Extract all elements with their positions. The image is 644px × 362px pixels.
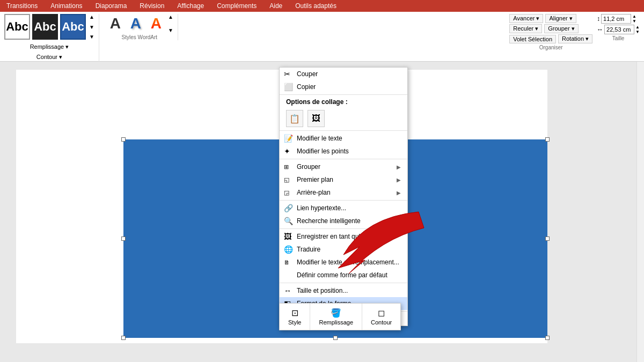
menu-animations[interactable]: Animations <box>48 1 84 11</box>
copier-icon: ⬜ <box>284 83 293 91</box>
modifier-points-label: Modifier les points <box>297 147 349 155</box>
separator-3 <box>280 159 407 159</box>
ctx-modifier-points[interactable]: ✦ Modifier les points <box>280 145 407 158</box>
height-input-row: ↕ 11,2 cm ▲ ▼ <box>597 14 640 24</box>
recherche-icon: 🔍 <box>284 217 293 225</box>
mini-contour-btn[interactable]: ◻ Contour <box>362 304 400 330</box>
organiser-row3: Volet Sélection Rotation ▾ <box>509 34 592 43</box>
remplissage-label: Remplissage ▾ <box>30 43 69 50</box>
menu-diaporama[interactable]: Diaporama <box>93 1 129 11</box>
width-input[interactable]: 22,53 cm <box>604 25 634 34</box>
modifier-texte-rem-icon: 🗎 <box>284 259 290 265</box>
shape-style-blue[interactable]: Abc <box>60 14 86 40</box>
ctx-options-collage-header: Options de collage : <box>280 96 407 108</box>
handle-bl[interactable] <box>121 336 126 340</box>
height-input[interactable]: 11,2 cm <box>601 14 631 24</box>
context-menu: ✂ Couper ⬜ Copier Options de collage : 📋… <box>279 67 408 326</box>
wordart-style-2[interactable]: A <box>126 14 145 33</box>
menu-revision[interactable]: Révision <box>137 1 166 11</box>
lien-icon: 🔗 <box>284 204 293 212</box>
menu-bar: Transitions Animations Diaporama Révisio… <box>0 0 644 12</box>
canvas-area: ✂ Couper ⬜ Copier Options de collage : 📋… <box>0 62 644 362</box>
mini-contour-label: Contour <box>371 319 392 326</box>
height-icon: ↕ <box>597 15 600 23</box>
organiser-row1: Avancer ▾ Aligner ▾ <box>509 14 592 23</box>
shape-style-black[interactable]: Abc <box>32 14 58 40</box>
mini-style-label: Style <box>288 319 301 326</box>
separator-4 <box>280 200 407 201</box>
shape-scroll-down[interactable]: ▼ <box>89 24 94 30</box>
remplissage-btn[interactable]: Remplissage ▾ <box>27 42 72 52</box>
wordart-scroll-down[interactable]: ▼ <box>168 27 173 33</box>
width-up[interactable]: ▲ <box>635 25 640 29</box>
wordart-style-3[interactable]: A <box>147 14 166 33</box>
handle-ml[interactable] <box>121 237 126 241</box>
shape-style-white[interactable]: Abc <box>4 14 30 40</box>
width-spinners: ▲ ▼ <box>635 25 640 34</box>
menu-transitions[interactable]: Transitions <box>4 1 40 11</box>
taille-group: ↕ 11,2 cm ▲ ▼ ↔ 22,53 cm ▲ ▼ Taille <box>597 14 640 41</box>
volet-selection-btn[interactable]: Volet Sélection <box>509 35 556 43</box>
paste-btn-1[interactable]: 📋 <box>286 110 303 127</box>
ribbon: Abc Abc Abc ▲ ▼ ▼ Remplissage ▾ Contour … <box>0 12 644 62</box>
separator-1 <box>280 94 407 95</box>
ctx-premier-plan[interactable]: ◱ Premier plan ▶ <box>280 173 407 186</box>
wordart-styles-label: Styles WordArt <box>122 34 158 40</box>
mini-style-icon: ⊡ <box>288 308 301 318</box>
contour-btn[interactable]: Contour ▾ <box>34 52 65 62</box>
mini-style-btn[interactable]: ⊡ Style <box>280 304 310 330</box>
ctx-grouper[interactable]: ⊞ Grouper ▶ <box>280 160 407 173</box>
aligner-btn[interactable]: Aligner ▾ <box>545 14 576 23</box>
wordart-style-1[interactable]: A <box>106 14 125 33</box>
ctx-arriere-plan[interactable]: ◲ Arrière-plan ▶ <box>280 186 407 199</box>
shape-expand[interactable]: ▼ <box>89 34 94 40</box>
width-icon: ↔ <box>597 26 603 33</box>
modifier-texte-label: Modifier le texte <box>297 135 342 142</box>
premier-plan-icon: ◱ <box>284 176 289 183</box>
avancer-btn[interactable]: Avancer ▾ <box>509 14 543 23</box>
contour-label: Contour ▾ <box>36 54 62 61</box>
organiser-group: Avancer ▾ Aligner ▾ Reculer ▾ Grouper ▾ … <box>509 14 592 50</box>
wordart-scroll-up[interactable]: ▲ <box>168 14 173 20</box>
scrollbar-right[interactable] <box>636 62 644 362</box>
rotation-btn[interactable]: Rotation ▾ <box>558 34 592 43</box>
handle-tr[interactable] <box>545 137 550 142</box>
arriere-plan-arrow: ▶ <box>397 190 401 196</box>
shape-scroll-up[interactable]: ▲ <box>89 14 94 20</box>
height-spinners: ▲ ▼ <box>632 14 636 24</box>
arriere-plan-label: Arrière-plan <box>297 189 331 196</box>
wordart-styles-group: A A A ▲ ▼ Styles WordArt <box>106 14 178 40</box>
arriere-plan-icon: ◲ <box>284 189 289 196</box>
ctx-modifier-texte[interactable]: 📝 Modifier le texte <box>280 132 407 145</box>
paste-btn-2[interactable]: 🖼 <box>308 110 325 127</box>
shape-style-buttons-row: Abc Abc Abc ▲ ▼ ▼ <box>4 14 94 40</box>
couper-icon: ✂ <box>284 70 290 78</box>
width-down[interactable]: ▼ <box>635 29 640 34</box>
mini-toolbar: ⊡ Style 🪣 Remplissage ◻ Contour <box>279 303 401 330</box>
menu-aide[interactable]: Aide <box>267 1 284 11</box>
couper-label: Couper <box>297 70 318 78</box>
premier-plan-arrow: ▶ <box>397 177 401 183</box>
handle-mr[interactable] <box>545 237 550 241</box>
ctx-copier[interactable]: ⬜ Copier <box>280 80 407 93</box>
ctx-couper[interactable]: ✂ Couper <box>280 68 407 80</box>
grouper-btn[interactable]: Grouper ▾ <box>544 24 578 33</box>
mini-remplissage-btn[interactable]: 🪣 Remplissage <box>310 304 362 330</box>
reculer-btn[interactable]: Reculer ▾ <box>509 24 542 33</box>
handle-br[interactable] <box>545 336 550 340</box>
organiser-label: Organiser <box>509 45 592 50</box>
menu-affichage[interactable]: Affichage <box>175 1 206 11</box>
height-up[interactable]: ▲ <box>632 14 636 19</box>
handle-bm[interactable] <box>333 336 338 340</box>
organiser-row2: Reculer ▾ Grouper ▾ <box>509 24 592 33</box>
copier-label: Copier <box>297 83 316 91</box>
menu-complements[interactable]: Compléments <box>215 1 259 11</box>
ribbon-right: Avancer ▾ Aligner ▾ Reculer ▾ Grouper ▾ … <box>509 14 640 50</box>
ctx-taille-position[interactable]: ↔ Taille et position... <box>280 284 407 297</box>
taille-pos-label: Taille et position... <box>297 287 348 294</box>
handle-tl[interactable] <box>121 137 126 142</box>
height-down[interactable]: ▼ <box>632 19 636 24</box>
menu-outils[interactable]: Outils adaptés <box>293 1 339 11</box>
traduire-icon: 🌐 <box>284 245 293 254</box>
paste-options: 📋 🖼 <box>280 108 407 129</box>
